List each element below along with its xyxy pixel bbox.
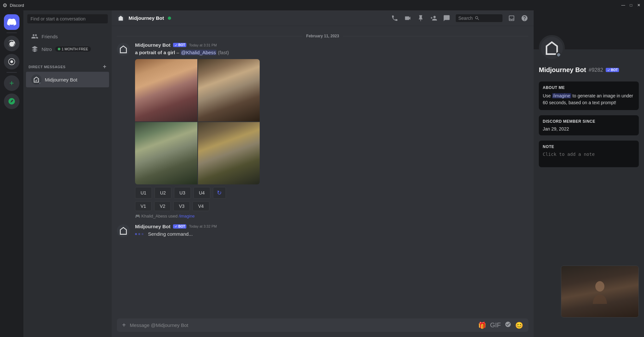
upscale-1-button[interactable]: U1 [135,187,152,199]
add-server-button[interactable]: + [4,75,19,91]
channel-header: Midjourney Bot [112,10,534,26]
member-since-section: DISCORD MEMBER SINCE Jan 29, 2022 [539,115,639,135]
emoji-picker-button[interactable]: 😊 [515,321,523,329]
discord-icon: ⚙ [3,2,7,8]
profile-username: Midjourney Bot [539,66,586,74]
emoji-button[interactable]: 🎁 [478,321,486,329]
rail-divider [6,32,17,33]
bot-avatar-2 [117,224,130,237]
message-sending: Sending command... [135,231,528,238]
message-timestamp-1: Today at 3:31 PM [189,43,217,47]
threads-button[interactable] [443,14,451,22]
dm-item-midjourney[interactable]: Midjourney Bot [26,72,109,87]
message-content-2: Midjourney Bot BOT Today at 3:32 PM [135,224,528,238]
message-author-2[interactable]: Midjourney Bot [135,224,170,229]
status-dot [39,82,42,85]
member-since-date: Jan 29, 2022 [543,126,635,131]
date-line-left [117,36,302,36]
inbox-button[interactable] [508,14,515,22]
message-row-2: Midjourney Bot BOT Today at 3:32 PM [112,222,534,239]
profile-avatar-wrapper [539,35,565,61]
action-buttons-row-1: U1 U2 U3 U4 ↻ [135,187,528,199]
profile-banner [534,10,644,49]
nitro-label: Nitro [42,46,52,52]
pin-button[interactable] [417,14,425,22]
refresh-icon: ↻ [217,189,222,196]
server-icon-2[interactable] [4,54,19,69]
discord-home-button[interactable] [4,14,19,30]
close-button[interactable]: ✕ [636,3,641,8]
nitro-nav-item[interactable]: Nitro 1 MONTH FREE [26,43,109,55]
about-me-title: ABOUT ME [543,85,635,90]
server-rail: + [0,10,23,337]
message-input[interactable] [130,318,474,332]
find-conversation-input[interactable] [27,14,108,23]
image-grid[interactable] [135,59,260,184]
dm-add-button[interactable]: + [103,63,106,70]
call-button[interactable] [391,14,399,22]
dm-name: Midjourney Bot [45,77,77,82]
upscale-4-button[interactable]: U4 [193,187,210,199]
message-author-1[interactable]: Midjourney Bot [135,42,170,48]
variant-3-button[interactable]: V3 [173,201,190,211]
sticker-button[interactable] [505,321,511,329]
gif-button[interactable]: GIF [490,321,501,329]
message-content-1: Midjourney Bot BOT Today at 3:31 PM a po… [135,42,528,211]
profile-bot-badge: BOT [606,68,619,72]
friends-nav-item[interactable]: Friends [26,30,109,43]
profile-status-dot [556,52,562,58]
slash-command: /imagine [179,214,195,218]
message-bold-text: a portrait of a girl [135,50,175,55]
video-thumbnail[interactable] [561,266,639,318]
note-input[interactable] [543,152,635,162]
message-mention[interactable]: @Khalid_Abess [180,50,217,55]
upscale-3-button[interactable]: U3 [174,187,191,199]
add-member-button[interactable] [430,14,438,22]
action-buttons-row-2: V1 V2 V3 V4 [135,201,528,211]
channel-name: Midjourney Bot [129,15,164,21]
message-fast-text: (fast) [218,50,229,55]
image-cell-2[interactable] [198,59,260,121]
rail-divider-2 [6,72,17,73]
app-layout: + Friends Nitro 1 MONTH FR [0,10,644,337]
attach-button[interactable]: + [122,321,126,329]
maximize-button[interactable]: □ [628,3,634,8]
variant-1-button[interactable]: V1 [135,201,152,211]
nitro-badge: 1 MONTH FREE [55,46,91,52]
video-button[interactable] [404,14,412,22]
refresh-button[interactable]: ↻ [213,187,226,199]
help-button[interactable] [521,14,528,22]
bot-badge-2: BOT [173,224,186,229]
window-controls: — □ ✕ [621,3,641,8]
title-bar-title: Discord [10,3,24,8]
server-icon-1[interactable] [4,36,19,51]
channel-avatar [117,14,125,22]
message-input-area: + 🎁 GIF 😊 [112,318,534,337]
variant-2-button[interactable]: V2 [154,201,171,211]
image-cell-4[interactable] [198,122,260,184]
image-cell-3[interactable] [135,122,197,184]
profile-name-row: Midjourney Bot #9282 BOT [539,66,639,74]
message-input-box: + 🎁 GIF 😊 [117,318,528,332]
message-row-1: Midjourney Bot BOT Today at 3:31 PM a po… [112,41,534,212]
discover-button[interactable] [4,94,19,109]
about-me-highlight: /imagine [552,93,571,98]
upscale-2-button[interactable]: U2 [155,187,171,199]
sending-dots [135,233,143,235]
header-actions: Search [391,14,528,22]
message-header-2: Midjourney Bot BOT Today at 3:32 PM [135,224,528,229]
minimize-button[interactable]: — [621,3,626,8]
dm-search-area [23,10,112,27]
nitro-dot [58,48,60,50]
messages-area[interactable]: February 11, 2023 Midjourney Bot BOT [112,26,534,318]
image-cell-1[interactable] [135,59,197,121]
variant-4-button[interactable]: V4 [192,201,209,211]
member-since-title: DISCORD MEMBER SINCE [543,119,635,124]
dm-section-label: DIRECT MESSAGES [29,65,66,69]
sending-text: Sending command... [148,231,193,238]
search-placeholder: Search [458,16,473,21]
header-search[interactable]: Search [456,14,502,22]
video-content [561,266,638,317]
message-header-1: Midjourney Bot BOT Today at 3:31 PM [135,42,528,48]
dm-avatar-midjourney [31,74,42,85]
